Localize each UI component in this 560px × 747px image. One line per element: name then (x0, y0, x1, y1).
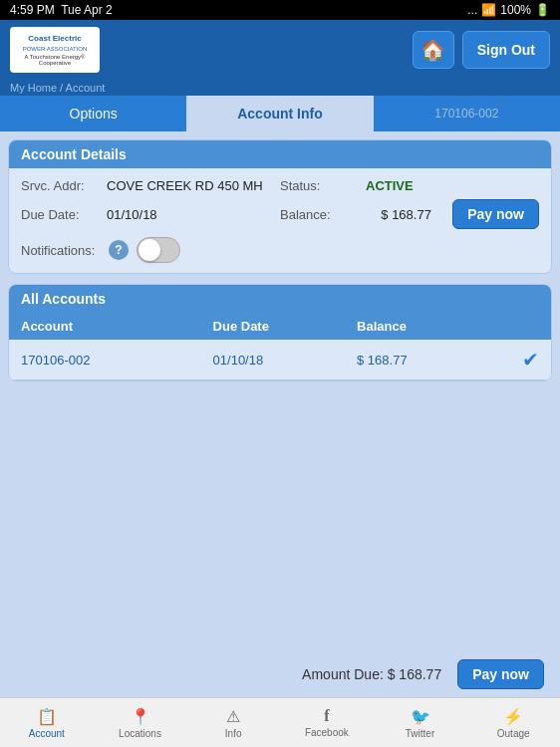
signout-button[interactable]: Sign Out (462, 31, 550, 69)
pay-now-button-top[interactable]: Pay now (452, 199, 539, 229)
table-row[interactable]: 170106-002 01/10/18 $ 168.77 ✔ (9, 340, 551, 380)
locations-nav-icon: 📍 (131, 707, 150, 726)
srvc-addr-row: Srvc. Addr: COVE CREEK RD 450 MH (21, 178, 280, 193)
account-nav-icon: 📋 (37, 707, 57, 726)
logo-title: Coast Electric POWER ASSOCIATION (23, 34, 88, 53)
home-icon: 🏠 (420, 38, 445, 62)
due-date-label: Due Date: (21, 207, 101, 222)
table-header: Account Due Date Balance (9, 313, 551, 340)
status-value: ACTIVE (366, 178, 414, 193)
breadcrumb: My Home / Account (0, 80, 560, 96)
main-content: Account Details Srvc. Addr: COVE CREEK R… (0, 131, 560, 713)
nav-account-label: Account (29, 728, 65, 739)
nav-info-label: Info (225, 728, 242, 739)
tab-bar: Options Account Info 170106-002 (0, 96, 560, 131)
col-check (500, 319, 539, 334)
col-account: Account (21, 319, 213, 334)
nav-twitter[interactable]: 🐦 Twitter (374, 703, 467, 743)
status-label: Status: (280, 178, 360, 193)
bottom-nav: 📋 Account 📍 Locations ⚠ Info f Facebook … (0, 697, 560, 747)
nav-info[interactable]: ⚠ Info (186, 703, 280, 743)
col-due-date: Due Date (213, 319, 357, 334)
signal-icon: ... (467, 3, 477, 17)
tab-options[interactable]: Options (0, 96, 186, 131)
balance-row: Balance: $ 168.77 Pay now (280, 199, 539, 229)
nav-twitter-label: Twitter (406, 728, 434, 739)
account-details-body: Srvc. Addr: COVE CREEK RD 450 MH Status:… (9, 168, 551, 273)
balance-label: Balance: (280, 207, 360, 222)
status-bar: 4:59 PM Tue Apr 2 ... 📶 100% 🔋 (0, 0, 560, 20)
info-nav-icon: ⚠ (226, 707, 240, 726)
toggle-knob (139, 239, 160, 261)
nav-outage[interactable]: ⚡ Outage (466, 703, 560, 743)
battery-icon: 100% (500, 3, 531, 17)
nav-account[interactable]: 📋 Account (0, 703, 94, 743)
notifications-label: Notifications: (21, 243, 101, 258)
pay-now-button-bottom[interactable]: Pay now (457, 659, 544, 689)
account-details-header: Account Details (9, 140, 551, 168)
account-details-card: Account Details Srvc. Addr: COVE CREEK R… (8, 139, 552, 274)
status-time: 4:59 PM Tue Apr 2 (10, 3, 113, 17)
nav-outage-label: Outage (497, 728, 530, 739)
notifications-toggle[interactable] (137, 237, 180, 263)
balance-value: $ 168.77 (381, 207, 431, 222)
col-balance: Balance (357, 319, 500, 334)
amount-due-label: Amount Due: $ 168.77 (302, 666, 441, 682)
logo: Coast Electric POWER ASSOCIATION A Touch… (10, 27, 100, 73)
header: Coast Electric POWER ASSOCIATION A Touch… (0, 20, 560, 80)
all-accounts-card: All Accounts Account Due Date Balance 17… (8, 284, 552, 381)
tab-account-number[interactable]: 170106-002 (374, 96, 560, 131)
header-buttons: 🏠 Sign Out (413, 31, 550, 69)
help-icon[interactable]: ? (109, 240, 129, 260)
nav-locations-label: Locations (119, 728, 161, 739)
bottom-area: Amount Due: $ 168.77 Pay now (0, 651, 560, 697)
wifi-icon: 📶 (481, 3, 496, 17)
notifications-row: Notifications: ? (21, 237, 539, 263)
all-accounts-header: All Accounts (9, 285, 551, 313)
due-date-row: Due Date: 01/10/18 (21, 199, 280, 229)
srvc-addr-value: COVE CREEK RD 450 MH (107, 178, 263, 193)
cell-due-date: 01/10/18 (213, 353, 357, 368)
due-date-value: 01/10/18 (107, 207, 157, 222)
selected-checkmark: ✔ (500, 348, 539, 372)
status-right: ... 📶 100% 🔋 (467, 3, 550, 17)
cell-account: 170106-002 (21, 353, 213, 368)
battery-bar: 🔋 (535, 3, 550, 17)
srvc-addr-label: Srvc. Addr: (21, 178, 101, 193)
twitter-nav-icon: 🐦 (411, 707, 430, 726)
logo-area: Coast Electric POWER ASSOCIATION A Touch… (10, 27, 100, 73)
outage-nav-icon: ⚡ (503, 707, 523, 726)
nav-facebook[interactable]: f Facebook (280, 703, 374, 742)
logo-subtitle: A Touchstone Energy® Cooperative (13, 54, 97, 66)
tab-account-info[interactable]: Account Info (186, 96, 373, 131)
status-row: Status: ACTIVE (280, 178, 539, 193)
nav-facebook-label: Facebook (305, 727, 349, 738)
nav-locations[interactable]: 📍 Locations (94, 703, 187, 743)
facebook-nav-icon: f (324, 707, 329, 725)
cell-balance: $ 168.77 (357, 353, 500, 368)
home-button[interactable]: 🏠 (413, 31, 454, 69)
